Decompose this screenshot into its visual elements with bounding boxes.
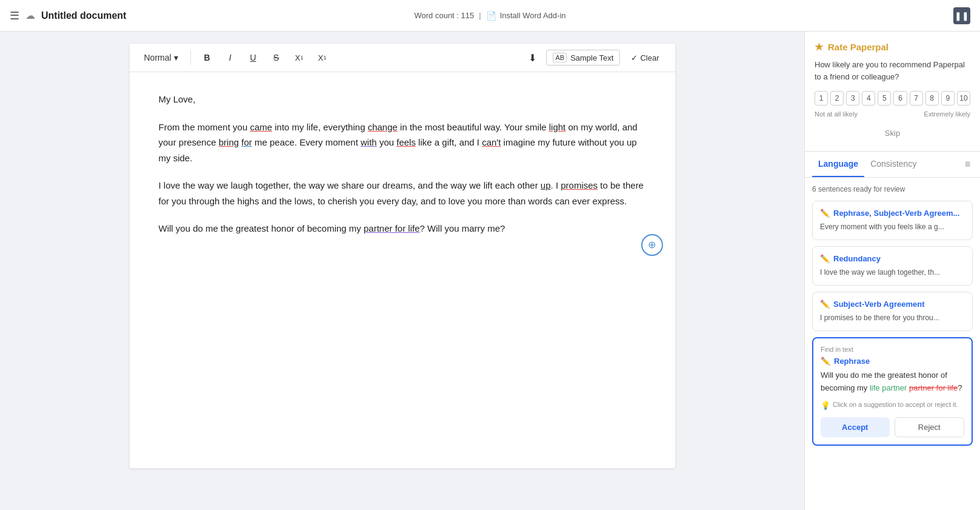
suggestion-tip: 💡 Click on a suggestion to accept or rej…: [821, 401, 964, 410]
highlighted-suggestion-icon: ✏️: [821, 357, 830, 366]
editor-paper: Normal ▾ B I U S X1 X1 ⬇ AB Sample Text …: [130, 44, 675, 468]
tab-language[interactable]: Language: [812, 152, 864, 177]
paragraph-1: From the moment you came into my life, e…: [159, 119, 646, 166]
rate-2[interactable]: 2: [830, 91, 844, 106]
italic-button[interactable]: I: [221, 49, 239, 67]
new-text: life partner: [870, 383, 907, 392]
rate-7[interactable]: 7: [910, 91, 923, 106]
rate-title-text: Rate Paperpal: [828, 42, 888, 52]
suggestion-card-2[interactable]: ✏️ Redundancy I love the way we laugh to…: [812, 246, 973, 286]
suggestion-type-1: ✏️ Rephrase, Subject-Verb Agreem...: [820, 209, 965, 218]
bold-button[interactable]: B: [198, 49, 216, 67]
suggestion-preview-2: I love the way we laugh together, th...: [820, 267, 965, 278]
editor-area: Normal ▾ B I U S X1 X1 ⬇ AB Sample Text …: [0, 32, 804, 510]
underline-button[interactable]: U: [244, 49, 262, 67]
suggestion-actions: Accept Reject: [821, 417, 964, 437]
sample-text-button[interactable]: AB Sample Text: [546, 50, 620, 65]
rate-10[interactable]: 10: [957, 91, 970, 106]
rate-4[interactable]: 4: [862, 91, 875, 106]
tab-spacer: [922, 152, 962, 177]
suggestion-type-3: ✏️ Subject-Verb Agreement: [820, 300, 965, 309]
accept-button[interactable]: Accept: [821, 417, 890, 437]
error-change: change: [368, 122, 398, 132]
pause-button[interactable]: ❚❚: [953, 7, 970, 24]
separator: |: [479, 11, 481, 20]
rate-panel: ★ Rate Paperpal How likely are you to re…: [805, 32, 980, 152]
error-partner-for-life: partner for life: [364, 223, 420, 233]
rate-numbers: 1 2 3 4 5 6 7 8 9 10: [815, 91, 970, 106]
document-title[interactable]: Untitled document: [41, 10, 126, 21]
paragraph-3: Will you do me the greatest honor of bec…: [159, 221, 646, 237]
reject-button[interactable]: Reject: [895, 417, 965, 437]
very-likely-label: Extremely likely: [924, 110, 970, 118]
chevron-down-icon: ▾: [174, 53, 178, 62]
word-count: Word count : 115: [414, 11, 474, 20]
error-up: up: [541, 180, 551, 190]
error-feels: feels: [396, 137, 416, 147]
superscript-button[interactable]: X1: [290, 49, 308, 67]
rate-title: ★ Rate Paperpal: [815, 41, 970, 53]
rate-1[interactable]: 1: [815, 91, 828, 106]
suggestion-icon-2: ✏️: [820, 254, 830, 263]
install-word-addin-button[interactable]: 📄 Install Word Add-in: [486, 11, 566, 21]
clear-icon: ✓: [631, 53, 638, 62]
suggestion-card-1[interactable]: ✏️ Rephrase, Subject-Verb Agreem... Ever…: [812, 201, 973, 240]
panel-tabs: Language Consistency ≡: [805, 152, 980, 178]
error-with: with: [361, 137, 377, 147]
topbar-center: Word count : 115 | 📄 Install Word Add-in: [414, 11, 565, 21]
tip-icon: 💡: [821, 401, 830, 410]
suggestion-icon-3: ✏️: [820, 300, 830, 309]
panel-body: 6 sentences ready for review ✏️ Rephrase…: [805, 178, 980, 510]
strikethrough-button[interactable]: S: [267, 49, 285, 67]
toolbar: Normal ▾ B I U S X1 X1 ⬇ AB Sample Text …: [130, 44, 675, 72]
suggestion-preview-3: I promises to be there for you throu...: [820, 312, 965, 323]
rate-question: How likely are you to recommend Paperpal…: [815, 59, 970, 82]
error-light: light: [549, 122, 566, 132]
rate-6[interactable]: 6: [893, 91, 907, 106]
paragraph-2: I love the way we laugh together, the wa…: [159, 178, 646, 209]
filter-icon[interactable]: ≡: [962, 152, 973, 177]
text-style-select[interactable]: Normal ▾: [139, 50, 183, 65]
main-layout: Normal ▾ B I U S X1 X1 ⬇ AB Sample Text …: [0, 32, 980, 510]
highlighted-suggestion-card[interactable]: Find in text ✏️ Rephrase Will you do me …: [812, 337, 973, 446]
error-promises: promises: [561, 180, 598, 190]
rate-labels: Not at all likely Extremely likely: [815, 110, 970, 118]
rate-9[interactable]: 9: [941, 91, 955, 106]
old-text: partner for life: [909, 383, 958, 392]
subscript-button[interactable]: X1: [313, 49, 332, 67]
error-for: for: [241, 137, 252, 147]
suggestion-card-3[interactable]: ✏️ Subject-Verb Agreement I promises to …: [812, 292, 973, 331]
error-bring: bring: [219, 137, 239, 147]
ab-icon: AB: [553, 53, 567, 62]
skip-button[interactable]: Skip: [815, 125, 970, 141]
suggestion-icon-1: ✏️: [820, 209, 830, 218]
suggestion-type-2: ✏️ Redundancy: [820, 254, 965, 263]
not-likely-label: Not at all likely: [815, 110, 858, 118]
star-icon: ★: [815, 41, 823, 53]
clear-label: Clear: [640, 53, 659, 62]
error-cant: can't: [482, 137, 501, 147]
sample-text-label: Sample Text: [570, 53, 613, 62]
suggestion-preview-1: Every moment with you feels like a g...: [820, 221, 965, 232]
tab-consistency[interactable]: Consistency: [864, 152, 922, 177]
toolbar-divider-1: [190, 50, 191, 65]
move-icon[interactable]: ⊕: [641, 234, 663, 256]
document-icon: 📄: [486, 11, 496, 21]
error-came: came: [250, 122, 272, 132]
rate-3[interactable]: 3: [846, 91, 859, 106]
topbar: ☰ ☁ Untitled document Word count : 115 |…: [0, 0, 980, 32]
highlighted-suggestion-body: Will you do me the greatest honor of bec…: [821, 369, 964, 395]
rate-8[interactable]: 8: [925, 91, 939, 106]
clear-button[interactable]: ✓ Clear: [625, 51, 665, 65]
sentences-count: 6 sentences ready for review: [812, 185, 973, 193]
cloud-icon: ☁: [25, 10, 35, 21]
highlighted-suggestion-type: ✏️ Rephrase: [821, 357, 964, 366]
rate-5[interactable]: 5: [878, 91, 891, 106]
find-in-text-label: Find in text: [821, 346, 964, 353]
hamburger-icon[interactable]: ☰: [10, 9, 19, 22]
right-panel: ★ Rate Paperpal How likely are you to re…: [804, 32, 980, 510]
editor-content[interactable]: My Love, From the moment you came into m…: [130, 72, 675, 268]
topbar-right: ❚❚: [953, 7, 970, 24]
download-button[interactable]: ⬇: [523, 49, 541, 67]
greeting: My Love,: [159, 92, 646, 107]
